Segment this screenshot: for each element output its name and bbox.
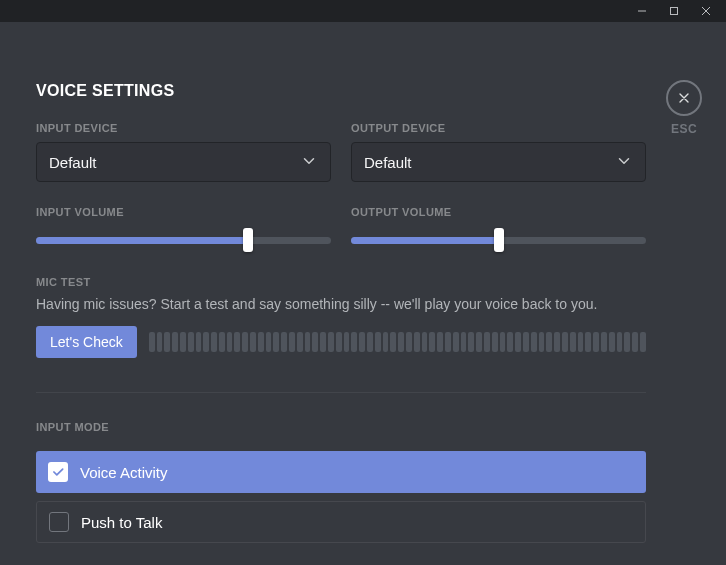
mic-test-label: MIC TEST [36,276,646,288]
input-mode-option-label: Push to Talk [81,514,162,531]
meter-bar [429,332,435,352]
mic-test-description: Having mic issues? Start a test and say … [36,296,646,312]
meter-bar [523,332,529,352]
window-maximize-button[interactable] [660,0,688,22]
output-device-select[interactable]: Default [351,142,646,182]
meter-bar [289,332,295,352]
meter-bar [500,332,506,352]
meter-bar [305,332,311,352]
mic-test-button[interactable]: Let's Check [36,326,137,358]
meter-bar [507,332,513,352]
meter-bar [281,332,287,352]
input-mode-option-voice-activity[interactable]: Voice Activity [36,451,646,493]
meter-bar [570,332,576,352]
input-device-select[interactable]: Default [36,142,331,182]
meter-bar [562,332,568,352]
meter-bar [539,332,545,352]
meter-bar [437,332,443,352]
meter-bar [336,332,342,352]
meter-bar [406,332,412,352]
meter-bar [640,332,646,352]
meter-bar [515,332,521,352]
meter-bar [624,332,630,352]
meter-bar [617,332,623,352]
meter-bar [554,332,560,352]
meter-bar [188,332,194,352]
page-title: VOICE SETTINGS [36,82,646,100]
meter-bar [328,332,334,352]
input-volume-label: INPUT VOLUME [36,206,331,218]
input-device-value: Default [49,154,97,171]
meter-bar [344,332,350,352]
meter-bar [157,332,163,352]
input-mode-option-push-to-talk[interactable]: Push to Talk [36,501,646,543]
output-device-label: OUTPUT DEVICE [351,122,646,134]
meter-bar [242,332,248,352]
meter-bar [453,332,459,352]
output-device-value: Default [364,154,412,171]
meter-bar [445,332,451,352]
meter-bar [164,332,170,352]
mic-level-meter [149,332,646,352]
settings-panel: ESC VOICE SETTINGS INPUT DEVICE Default … [0,22,726,565]
window-close-button[interactable] [692,0,720,22]
meter-bar [383,332,389,352]
meter-bar [632,332,638,352]
meter-bar [172,332,178,352]
meter-bar [359,332,365,352]
checkbox-unchecked-icon [49,512,69,532]
meter-bar [484,332,490,352]
checkbox-checked-icon [48,462,68,482]
meter-bar [461,332,467,352]
close-icon [676,90,692,106]
meter-bar [492,332,498,352]
output-volume-label: OUTPUT VOLUME [351,206,646,218]
meter-bar [258,332,264,352]
meter-bar [312,332,318,352]
svg-rect-1 [671,8,678,15]
meter-bar [578,332,584,352]
meter-bar [593,332,599,352]
meter-bar [211,332,217,352]
meter-bar [468,332,474,352]
meter-bar [398,332,404,352]
meter-bar [531,332,537,352]
meter-bar [390,332,396,352]
meter-bar [180,332,186,352]
meter-bar [414,332,420,352]
meter-bar [196,332,202,352]
window-minimize-button[interactable] [628,0,656,22]
chevron-down-icon [300,152,318,173]
close-settings-region: ESC [664,80,704,136]
meter-bar [351,332,357,352]
meter-bar [149,332,155,352]
input-device-label: INPUT DEVICE [36,122,331,134]
meter-bar [320,332,326,352]
meter-bar [266,332,272,352]
meter-bar [422,332,428,352]
output-volume-slider[interactable] [351,228,646,252]
input-volume-slider[interactable] [36,228,331,252]
input-mode-option-label: Voice Activity [80,464,168,481]
meter-bar [219,332,225,352]
meter-bar [234,332,240,352]
meter-bar [367,332,373,352]
meter-bar [227,332,233,352]
meter-bar [250,332,256,352]
meter-bar [203,332,209,352]
esc-hint: ESC [664,122,704,136]
meter-bar [375,332,381,352]
meter-bar [585,332,591,352]
meter-bar [297,332,303,352]
meter-bar [273,332,279,352]
meter-bar [546,332,552,352]
meter-bar [476,332,482,352]
section-divider [36,392,646,393]
meter-bar [609,332,615,352]
input-mode-label: INPUT MODE [36,421,646,433]
meter-bar [601,332,607,352]
chevron-down-icon [615,152,633,173]
close-settings-button[interactable] [666,80,702,116]
window-titlebar [0,0,726,22]
